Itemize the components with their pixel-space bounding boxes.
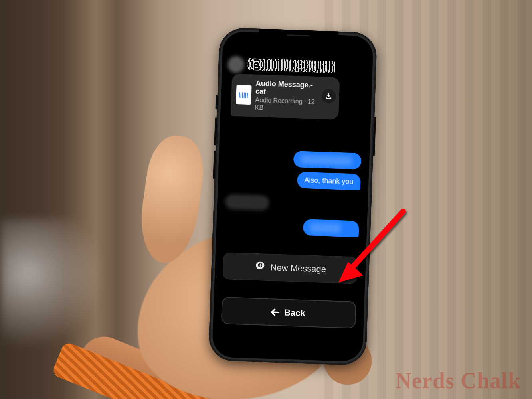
sent-message-redacted-2: ██████ [303, 219, 359, 237]
new-message-label: New Message [270, 262, 326, 275]
sent-message-redacted: ██████████ [293, 151, 362, 170]
iphone-device: Audio Message.-caf Audio Recording · 12 … [208, 27, 378, 365]
audio-attachment-bubble[interactable]: Audio Message.-caf Audio Recording · 12 … [231, 74, 340, 120]
contact-avatar [227, 56, 245, 73]
contact-name-redacted [247, 58, 336, 73]
download-button[interactable] [321, 89, 336, 103]
arrow-left-icon [272, 308, 280, 316]
new-message-button[interactable]: New Message [223, 252, 358, 284]
back-button[interactable]: Back [221, 297, 356, 329]
sent-message-text: Also, thank you [304, 176, 354, 186]
attachment-title: Audio Message.-caf [255, 79, 320, 98]
speech-plus-icon [254, 260, 266, 274]
sent-message: Also, thank you [297, 172, 361, 190]
watermark-text: Nerds Chalk [396, 368, 521, 393]
received-message-redacted [225, 194, 269, 211]
carplay-messages-screen: Audio Message.-caf Audio Recording · 12 … [214, 34, 371, 359]
audio-file-icon [236, 85, 252, 105]
attachment-subtitle: Audio Recording · 12 KB [255, 96, 320, 114]
back-label: Back [284, 307, 305, 318]
download-icon [325, 93, 333, 100]
